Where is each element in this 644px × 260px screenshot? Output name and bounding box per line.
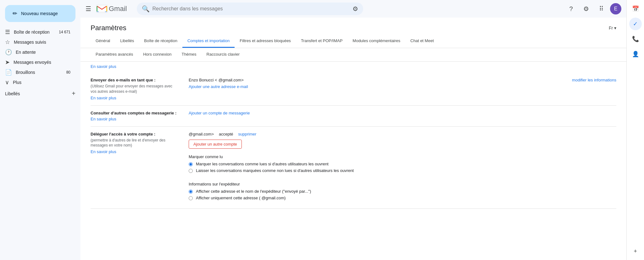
delegate-content: @gmail.com> accepté supprimer Ajouter un… xyxy=(189,132,616,203)
learn-more-top[interactable]: En savoir plus xyxy=(91,62,616,73)
main-area: ☰ Gmail 🔍 ⚙ ? xyxy=(80,0,626,260)
sidebar-item-inbox[interactable]: ☰ Boîte de réception 14 671 xyxy=(0,27,75,37)
send-as-label: Envoyer des e-mails en tant que : xyxy=(91,78,179,82)
labels-section-title: Libellés xyxy=(5,91,20,96)
delegate-label-col: Déléguer l'accès à votre compte : (perme… xyxy=(91,132,179,203)
right-panel: 📅 ✓ 📞 👤 + xyxy=(626,0,644,260)
mark-as-read-section: Marquer comme lu Marquer les conversatio… xyxy=(189,151,616,176)
sidebar: ✏ Nouveau message ☰ Boîte de réception 1… xyxy=(0,0,80,260)
tab-shortcuts[interactable]: Raccourcis clavier xyxy=(202,48,245,61)
drafts-label: Brouillons xyxy=(16,70,35,75)
tab-inbox[interactable]: Boîte de réception xyxy=(139,35,182,48)
settings-title: Paramètres xyxy=(91,24,126,32)
tab-advanced[interactable]: Paramètres avancés xyxy=(91,48,138,61)
tab-accounts[interactable]: Comptes et importation xyxy=(182,35,235,48)
tab-forwarding[interactable]: Transfert et POP/IMAP xyxy=(296,35,347,48)
tab-themes[interactable]: Thèmes xyxy=(177,48,202,61)
right-panel-meet[interactable]: 📞 xyxy=(629,33,642,45)
tab-chat[interactable]: Chat et Meet xyxy=(405,35,439,48)
settings-header: Paramètres Fr ▾ xyxy=(80,18,626,32)
tab-general[interactable]: Général xyxy=(91,35,115,48)
tabs-row-2: Paramètres avancés Hors connexion Thèmes… xyxy=(80,48,626,62)
gmail-logo-svg xyxy=(96,4,108,13)
sent-icon: ➤ xyxy=(5,59,10,66)
sidebar-item-snoozed[interactable]: 🕐 En attente xyxy=(0,47,75,57)
modify-link[interactable]: modifier les informations xyxy=(572,78,616,82)
radio-keep-unread[interactable]: Laisser les conversations marquées comme… xyxy=(189,168,616,173)
send-as-learn-more[interactable]: En savoir plus xyxy=(91,96,179,100)
sender-info-label: Informations sur l'expéditeur xyxy=(189,182,616,186)
more-icon: ∨ xyxy=(5,79,9,86)
other-accounts-content: Ajouter un compte de messagerie xyxy=(189,111,616,121)
radio-keep-unread-input[interactable] xyxy=(189,169,193,173)
radio-keep-unread-label: Laisser les conversations marquées comme… xyxy=(196,168,354,173)
right-panel-contacts[interactable]: 👤 xyxy=(629,48,642,60)
hamburger-icon[interactable]: ☰ xyxy=(86,5,91,13)
tab-offline[interactable]: Hors connexion xyxy=(138,48,176,61)
tab-labels[interactable]: Libellés xyxy=(115,35,139,48)
right-panel-calendar[interactable]: 📅 xyxy=(629,3,642,15)
drafts-count: 80 xyxy=(66,70,70,75)
sidebar-item-more[interactable]: ∨ Plus xyxy=(0,77,75,87)
radio-show-sender[interactable]: Afficher cette adresse et le nom de l'ex… xyxy=(189,189,616,194)
delegate-delete[interactable]: supprimer xyxy=(238,132,257,136)
sender-info-section: Informations sur l'expéditeur Afficher c… xyxy=(189,178,616,203)
compose-button[interactable]: ✏ Nouveau message xyxy=(5,5,75,22)
snoozed-label: En attente xyxy=(16,50,36,55)
other-accounts-section: Consulter d'autres comptes de messagerie… xyxy=(91,106,616,127)
sidebar-item-sent[interactable]: ➤ Messages envoyés xyxy=(0,57,75,67)
sidebar-item-drafts[interactable]: 📄 Brouillons 80 xyxy=(0,67,75,77)
more-label: Plus xyxy=(13,80,21,85)
delegate-sublabel: (permettre à d'autres de lire et d'envoy… xyxy=(91,138,179,148)
pencil-icon: ✏ xyxy=(13,10,17,17)
radio-show-sender-input[interactable] xyxy=(189,190,193,194)
radio-mark-read[interactable]: Marquer les conversations comme lues si … xyxy=(189,162,616,166)
delegate-learn-more[interactable]: En savoir plus xyxy=(91,149,179,154)
labels-section: Libellés + xyxy=(0,87,80,100)
add-label-icon[interactable]: + xyxy=(72,90,75,97)
star-icon: ☆ xyxy=(5,39,10,46)
delegate-status: accepté xyxy=(219,132,233,136)
send-as-label-col: Envoyer des e-mails en tant que : (Utili… xyxy=(91,78,179,100)
tab-addons[interactable]: Modules complémentaires xyxy=(347,35,405,48)
tab-filters[interactable]: Filtres et adresses bloquées xyxy=(235,35,296,48)
add-account-link[interactable]: Ajouter un compte de messagerie xyxy=(189,111,616,115)
send-as-sublabel: (Utilisez Gmail pour envoyer des message… xyxy=(91,84,179,94)
delegate-section: Déléguer l'accès à votre compte : (perme… xyxy=(91,127,616,209)
radio-only-address[interactable]: Afficher uniquement cette adresse ( @gma… xyxy=(189,196,616,200)
mark-as-read-label: Marquer comme lu xyxy=(189,154,616,159)
radio-only-address-label: Afficher uniquement cette adresse ( @gma… xyxy=(196,196,286,200)
other-accounts-learn-more[interactable]: En savoir plus xyxy=(91,117,179,121)
radio-mark-read-label: Marquer les conversations comme lues si … xyxy=(196,162,329,166)
settings-button[interactable]: ⚙ xyxy=(580,3,592,15)
gmail-logo: Gmail xyxy=(96,4,127,13)
help-button[interactable]: ? xyxy=(565,3,577,15)
topbar-right: ? ⚙ ⠿ E xyxy=(565,3,621,15)
search-input[interactable] xyxy=(152,6,350,12)
apps-button[interactable]: ⠿ xyxy=(595,3,608,15)
search-bar[interactable]: 🔍 ⚙ xyxy=(137,3,363,15)
radio-mark-read-input[interactable] xyxy=(189,162,193,166)
search-options-icon[interactable]: ⚙ xyxy=(353,5,358,13)
radio-show-sender-label: Afficher cette adresse et le nom de l'ex… xyxy=(196,189,311,194)
inbox-icon: ☰ xyxy=(5,29,10,36)
delegate-value-row: @gmail.com> accepté supprimer xyxy=(189,132,616,136)
delegate-label: Déléguer l'accès à votre compte : xyxy=(91,132,179,136)
settings-content: Paramètres Fr ▾ Général Libellés Boîte d… xyxy=(80,18,626,260)
right-panel-add[interactable]: + xyxy=(629,245,642,257)
other-accounts-label: Consulter d'autres comptes de messagerie… xyxy=(91,111,179,115)
sidebar-item-starred[interactable]: ☆ Messages suivis xyxy=(0,37,75,47)
right-panel-tasks[interactable]: ✓ xyxy=(629,18,642,30)
add-email-link[interactable]: Ajouter une autre adresse e-mail xyxy=(189,84,616,89)
send-as-content: Enzo Bonucci < @gmail.com> modifier les … xyxy=(189,78,616,100)
topbar: ☰ Gmail 🔍 ⚙ ? xyxy=(80,0,626,18)
lang-selector[interactable]: Fr ▾ xyxy=(609,25,616,30)
send-as-name: Enzo Bonucci < xyxy=(189,78,217,82)
sent-label: Messages envoyés xyxy=(14,60,51,65)
avatar[interactable]: E xyxy=(610,3,621,14)
add-delegate-button[interactable]: Ajouter un autre compte xyxy=(189,140,242,149)
other-accounts-label-col: Consulter d'autres comptes de messagerie… xyxy=(91,111,179,121)
inbox-label: Boîte de réception xyxy=(14,30,50,35)
search-icon: 🔍 xyxy=(142,5,150,13)
radio-only-address-input[interactable] xyxy=(189,196,193,200)
